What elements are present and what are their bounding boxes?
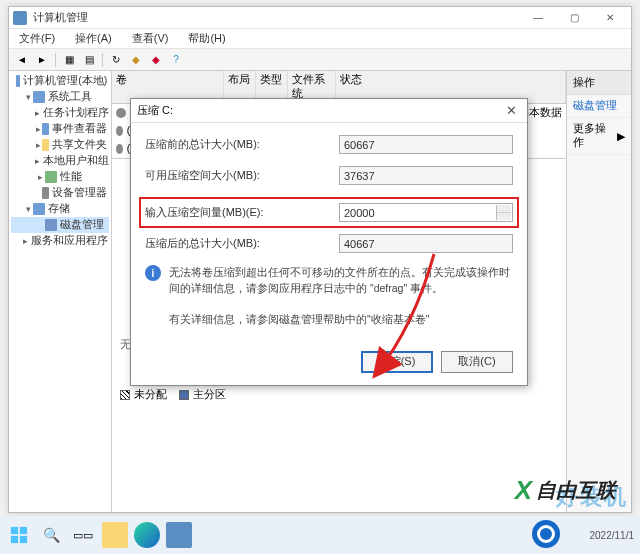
menu-file[interactable]: 文件(F): [13, 29, 61, 48]
chevron-right-icon: ▶: [617, 130, 625, 142]
menu-help[interactable]: 帮助(H): [182, 29, 231, 48]
tool-icon[interactable]: ▤: [80, 51, 98, 69]
tree-event-viewer[interactable]: ▸事件查看器: [11, 121, 109, 137]
tree-root[interactable]: 计算机管理(本地): [11, 73, 109, 89]
refresh-icon[interactable]: ↻: [107, 51, 125, 69]
start-button[interactable]: [6, 522, 32, 548]
cancel-button[interactable]: 取消(C): [441, 351, 513, 373]
actions-header: 操作: [567, 71, 631, 95]
search-icon[interactable]: 🔍: [38, 522, 64, 548]
available-value: 37637: [339, 166, 513, 185]
row-total-before: 压缩前的总计大小(MB): 60667: [145, 135, 513, 154]
tree-services[interactable]: ▸服务和应用程序: [11, 233, 109, 249]
tool-icon[interactable]: ◆: [127, 51, 145, 69]
tree-local-users[interactable]: ▸本地用户和组: [11, 153, 109, 169]
tree-storage[interactable]: ▾存储: [11, 201, 109, 217]
info-icon: i: [145, 265, 161, 281]
tool-icon[interactable]: ◆: [147, 51, 165, 69]
menu-action[interactable]: 操作(A): [69, 29, 118, 48]
taskview-icon[interactable]: ▭▭: [70, 522, 96, 548]
tree-performance[interactable]: ▸性能: [11, 169, 109, 185]
legend: 未分配 主分区: [120, 388, 558, 402]
back-icon[interactable]: ◄: [13, 51, 31, 69]
row-shrink-amount: 输入压缩空间量(MB)(E): 20000: [139, 197, 519, 228]
dialog-buttons: 压缩(S) 取消(C): [145, 347, 513, 373]
close-button[interactable]: ✕: [593, 9, 627, 27]
app-icon[interactable]: [166, 522, 192, 548]
window-controls: — ▢ ✕: [521, 9, 627, 27]
hint-text: 有关详细信息，请参阅磁盘管理帮助中的"收缩基本卷": [169, 313, 513, 327]
total-after-value: 40667: [339, 234, 513, 253]
tool-icon[interactable]: ▦: [60, 51, 78, 69]
shrink-dialog: 压缩 C: ✕ 压缩前的总计大小(MB): 60667 可用压缩空间大小(MB)…: [130, 98, 528, 386]
forward-icon[interactable]: ►: [33, 51, 51, 69]
tree-task-scheduler[interactable]: ▸任务计划程序: [11, 105, 109, 121]
svg-rect-1: [20, 527, 27, 534]
info-message: i 无法将卷压缩到超出任何不可移动的文件所在的点。有关完成该操作时间的详细信息，…: [145, 265, 513, 297]
help-icon[interactable]: ?: [167, 51, 185, 69]
svg-rect-3: [20, 536, 27, 543]
dialog-titlebar: 压缩 C: ✕: [131, 99, 527, 123]
titlebar: 计算机管理 — ▢ ✕: [9, 7, 631, 29]
svg-rect-0: [11, 527, 18, 534]
clock: 2022/11/1: [590, 530, 635, 541]
dialog-close-button[interactable]: ✕: [501, 103, 521, 118]
tree-sys-tools[interactable]: ▾系统工具: [11, 89, 109, 105]
total-before-value: 60667: [339, 135, 513, 154]
nav-tree: 计算机管理(本地) ▾系统工具 ▸任务计划程序 ▸事件查看器 ▸共享文件夹 ▸本…: [9, 71, 112, 512]
svg-rect-2: [11, 536, 18, 543]
explorer-icon[interactable]: [102, 522, 128, 548]
legend-unallocated: 未分配: [120, 388, 167, 402]
legend-primary: 主分区: [179, 388, 226, 402]
maximize-button[interactable]: ▢: [557, 9, 591, 27]
window-title: 计算机管理: [33, 10, 521, 25]
tree-disk-mgmt[interactable]: 磁盘管理: [11, 217, 109, 233]
minimize-button[interactable]: —: [521, 9, 555, 27]
tree-shared-folders[interactable]: ▸共享文件夹: [11, 137, 109, 153]
app-icon: [13, 11, 27, 25]
row-total-after: 压缩后的总计大小(MB): 40667: [145, 234, 513, 253]
actions-more[interactable]: 更多操作 ▶: [567, 118, 631, 155]
shrink-button[interactable]: 压缩(S): [361, 351, 433, 373]
shrink-amount-input[interactable]: 20000: [339, 203, 513, 222]
row-available: 可用压缩空间大小(MB): 37637: [145, 166, 513, 185]
menu-view[interactable]: 查看(V): [126, 29, 175, 48]
menubar: 文件(F) 操作(A) 查看(V) 帮助(H): [9, 29, 631, 49]
toolbar: ◄ ► ▦ ▤ ↻ ◆ ◆ ?: [9, 49, 631, 71]
watermark-badge: [532, 520, 560, 548]
actions-pane: 操作 磁盘管理 更多操作 ▶: [566, 71, 631, 512]
tree-device-manager[interactable]: 设备管理器: [11, 185, 109, 201]
edge-icon[interactable]: [134, 522, 160, 548]
dialog-title: 压缩 C:: [137, 103, 501, 118]
actions-title: 磁盘管理: [567, 95, 631, 118]
system-tray[interactable]: 2022/11/1: [590, 530, 635, 541]
